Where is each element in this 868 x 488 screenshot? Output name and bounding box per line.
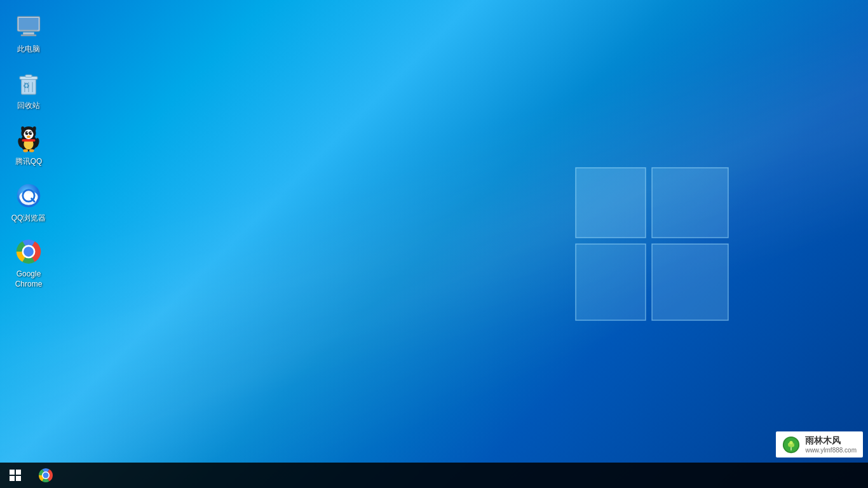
svg-point-22 xyxy=(27,132,28,133)
desktop-icon-qq-browser[interactable]: QQ浏览器 xyxy=(3,175,54,229)
desktop-icon-this-computer[interactable]: 此电脑 xyxy=(3,6,54,60)
windows-start-icon xyxy=(10,470,21,481)
svg-point-47 xyxy=(790,440,793,444)
svg-point-53 xyxy=(43,473,49,478)
svg-rect-50 xyxy=(10,476,15,481)
svg-rect-31 xyxy=(22,139,35,142)
watermark-url: www.ylmf888.com xyxy=(805,447,857,454)
svg-point-20 xyxy=(25,132,29,135)
svg-marker-3 xyxy=(652,244,728,320)
windows-logo xyxy=(550,142,754,346)
taskbar-chrome-icon xyxy=(38,468,53,483)
svg-rect-7 xyxy=(21,34,37,36)
watermark-brand: 雨林木风 xyxy=(805,435,857,447)
svg-marker-0 xyxy=(576,168,646,238)
recycle-bin-label: 回收站 xyxy=(17,101,40,111)
desktop-icon-qq[interactable]: 腾讯QQ xyxy=(3,119,54,172)
svg-rect-49 xyxy=(16,470,21,475)
svg-point-21 xyxy=(29,132,32,135)
qq-browser-icon xyxy=(13,180,44,211)
svg-marker-2 xyxy=(576,244,646,320)
svg-rect-5 xyxy=(18,18,39,30)
svg-text:♻: ♻ xyxy=(23,81,30,90)
svg-point-30 xyxy=(29,149,34,152)
chrome-icon xyxy=(13,236,44,267)
computer-icon-label: 此电脑 xyxy=(17,44,40,55)
recycle-bin-icon: ♻ xyxy=(13,68,44,98)
watermark: 雨林木风 www.ylmf888.com xyxy=(776,431,863,458)
svg-point-24 xyxy=(27,135,31,138)
taskbar xyxy=(0,463,868,488)
desktop-icon-recycle-bin[interactable]: ♻ 回收站 xyxy=(3,63,54,116)
svg-rect-6 xyxy=(23,32,34,35)
desktop: 此电脑 ♻ 回收站 xyxy=(0,0,868,488)
start-button[interactable] xyxy=(0,463,31,488)
qq-icon xyxy=(13,124,44,154)
chrome-label: Google Chrome xyxy=(6,269,51,289)
windows-logo-svg xyxy=(569,161,735,327)
svg-rect-51 xyxy=(16,476,21,481)
taskbar-chrome-button[interactable] xyxy=(31,463,61,488)
computer-icon xyxy=(13,11,44,42)
svg-rect-11 xyxy=(25,74,32,77)
svg-point-29 xyxy=(23,149,28,152)
svg-point-41 xyxy=(24,247,34,257)
desktop-icons-container: 此电脑 ♻ 回收站 xyxy=(3,6,54,298)
desktop-icon-google-chrome[interactable]: Google Chrome xyxy=(3,231,54,294)
qq-label: 腾讯QQ xyxy=(15,157,43,167)
watermark-text: 雨林木风 www.ylmf888.com xyxy=(805,435,857,454)
svg-point-23 xyxy=(31,132,32,133)
watermark-logo-icon xyxy=(782,436,800,454)
svg-rect-48 xyxy=(10,470,15,475)
qq-browser-label: QQ浏览器 xyxy=(11,214,46,224)
svg-marker-1 xyxy=(652,168,728,238)
